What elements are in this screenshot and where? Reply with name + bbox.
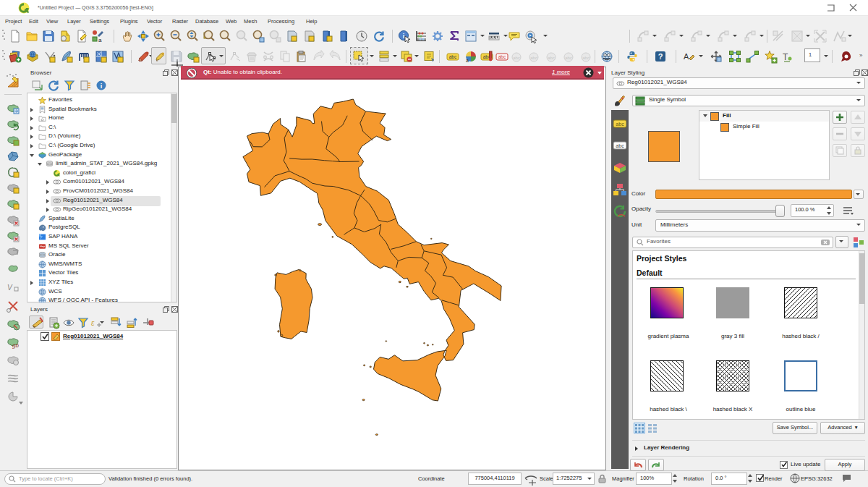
- svg-text:abc: abc: [616, 122, 624, 127]
- svg-text:i: i: [101, 82, 103, 90]
- svg-text:ε: ε: [91, 319, 95, 327]
- svg-text:abc: abc: [616, 143, 624, 148]
